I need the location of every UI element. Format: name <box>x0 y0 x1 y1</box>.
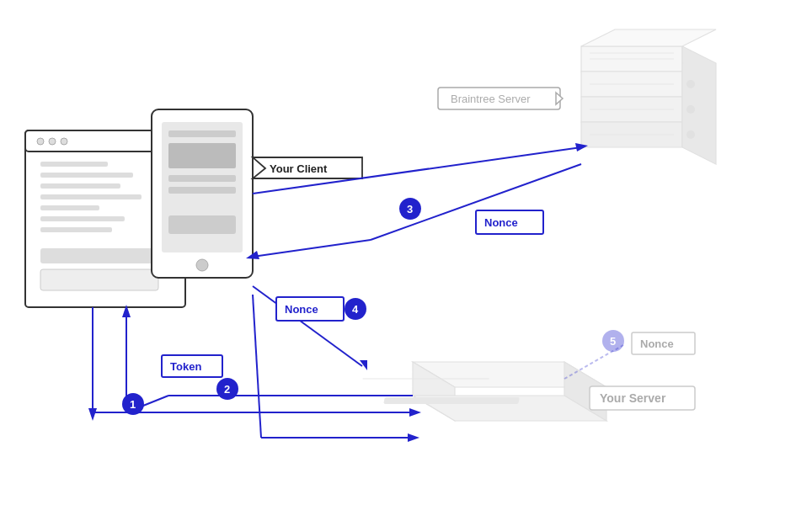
svg-point-7 <box>686 105 695 114</box>
svg-rect-44 <box>168 130 236 137</box>
svg-marker-54 <box>409 408 421 417</box>
nonce-right-label: Nonce <box>632 332 695 354</box>
svg-text:Braintree Server: Braintree Server <box>451 93 531 105</box>
svg-rect-39 <box>40 248 158 263</box>
svg-rect-38 <box>40 227 112 232</box>
svg-text:4: 4 <box>352 303 359 316</box>
svg-text:2: 2 <box>224 383 230 396</box>
svg-rect-46 <box>168 175 236 182</box>
svg-text:Nonce: Nonce <box>484 216 518 229</box>
nonce-mid-label: Nonce <box>276 297 344 321</box>
svg-point-29 <box>37 138 44 145</box>
svg-marker-67 <box>408 433 419 442</box>
svg-text:Your Client: Your Client <box>270 162 328 175</box>
svg-point-6 <box>686 80 695 88</box>
svg-marker-52 <box>88 408 97 421</box>
svg-point-8 <box>686 130 695 139</box>
svg-line-68 <box>253 295 261 438</box>
your-server-label: Your Server <box>590 386 695 410</box>
svg-marker-5 <box>581 29 716 46</box>
braintree-server-label: Braintree Server <box>438 88 563 109</box>
step-4-circle: 4 <box>345 298 366 320</box>
svg-text:Nonce: Nonce <box>640 338 674 350</box>
step-2-circle: 2 <box>216 378 238 400</box>
svg-rect-34 <box>40 183 120 189</box>
tablet-graphic <box>152 109 253 278</box>
svg-rect-33 <box>40 173 133 178</box>
svg-point-30 <box>49 138 56 145</box>
svg-point-31 <box>61 138 67 145</box>
step-3-circle: 3 <box>399 198 421 220</box>
svg-text:3: 3 <box>407 203 413 215</box>
svg-line-62 <box>253 240 371 257</box>
svg-rect-47 <box>168 187 236 194</box>
svg-rect-32 <box>40 162 108 167</box>
svg-text:Your Server: Your Server <box>600 391 666 405</box>
step-5-circle: 5 <box>602 330 624 352</box>
svg-rect-36 <box>40 205 99 210</box>
token-label: Token <box>162 355 222 377</box>
diagram-container: Braintree Server Your Server Nonce <box>0 0 812 505</box>
svg-rect-35 <box>40 194 142 199</box>
step-1-circle: 1 <box>122 393 144 415</box>
svg-text:Nonce: Nonce <box>285 303 318 316</box>
svg-text:1: 1 <box>130 398 136 411</box>
svg-rect-45 <box>168 143 236 168</box>
svg-point-43 <box>196 259 208 271</box>
your-client-label: Your Client <box>253 157 362 178</box>
svg-text:Token: Token <box>170 360 201 373</box>
nonce-top-label: Nonce <box>476 210 543 234</box>
svg-text:5: 5 <box>610 335 616 348</box>
braintree-server-graphic <box>581 29 716 164</box>
svg-rect-22 <box>383 397 519 404</box>
svg-rect-40 <box>40 269 158 290</box>
svg-marker-4 <box>682 46 716 164</box>
svg-rect-48 <box>168 215 236 234</box>
svg-rect-37 <box>40 216 125 221</box>
